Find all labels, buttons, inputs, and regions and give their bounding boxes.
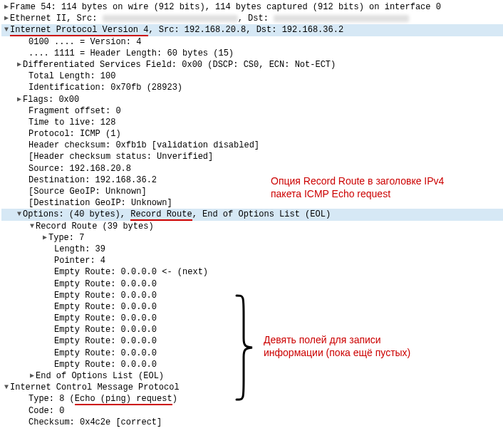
ipv4-dscp[interactable]: ▶Differentiated Services Field: 0x00 (DS… xyxy=(1,59,503,71)
annotation-2: Девять полей для записи информации (пока… xyxy=(264,333,477,359)
eth-pre: Ethernet II, Src: xyxy=(10,14,103,24)
ipv4-flags[interactable]: ▶Flags: 0x00 xyxy=(1,94,503,105)
ipv4-proto[interactable]: Protocol: ICMP (1) xyxy=(1,128,503,140)
chevron-right-icon: ▶ xyxy=(16,60,23,70)
ipv4-cksumstat[interactable]: [Header checksum status: Unverified] xyxy=(1,151,503,162)
ipv4-src[interactable]: Source: 192.168.20.8 xyxy=(1,163,503,174)
chevron-right-icon: ▶ xyxy=(3,14,10,24)
ipv4-fragoff[interactable]: Fragment offset: 0 xyxy=(1,105,503,117)
rr-empty-0[interactable]: Empty Route: 0.0.0.0 <- (next) xyxy=(1,266,503,278)
icmp-type-mid: Echo (ping) request xyxy=(75,394,172,405)
chevron-right-icon: ▶ xyxy=(16,95,23,105)
chevron-down-icon: ▼ xyxy=(28,222,36,231)
icmp-type-pre: Type: 8 ( xyxy=(28,394,75,404)
opt-pre: Options: (40 bytes), xyxy=(23,209,130,219)
ethernet-row[interactable]: ▶Ethernet II, Src: , Dst: xyxy=(1,13,503,24)
redacted xyxy=(103,15,238,22)
rr-ptr[interactable]: Pointer: 4 xyxy=(1,255,503,266)
chevron-down-icon: ▼ xyxy=(16,209,23,219)
rr-len[interactable]: Length: 39 xyxy=(1,244,503,255)
annotation-1: Опция Record Route в заголовке IPv4 паке… xyxy=(271,174,484,200)
redacted xyxy=(274,15,409,22)
eth-mid: , Dst: xyxy=(238,14,274,24)
frame-row[interactable]: ▶Frame 54: 114 bytes on wire (912 bits),… xyxy=(1,1,503,13)
ipv4-hdrlen[interactable]: .... 1111 = Header Length: 60 bytes (15) xyxy=(1,48,503,59)
brace-icon xyxy=(235,294,254,400)
chevron-right-icon: ▶ xyxy=(41,233,48,243)
options-row[interactable]: ▼Options: (40 bytes), Record Route, End … xyxy=(1,209,503,220)
ipv4-version[interactable]: 0100 .... = Version: 4 xyxy=(1,36,503,48)
ipv4-tlen[interactable]: Total Length: 100 xyxy=(1,71,503,82)
icmp-type-post: ) xyxy=(172,394,177,404)
record-route-row[interactable]: ▼Record Route (39 bytes) xyxy=(1,221,503,232)
ipv4-id[interactable]: Identification: 0x70fb (28923) xyxy=(1,82,503,93)
chevron-right-icon: ▶ xyxy=(28,371,36,381)
rr-type[interactable]: ▶Type: 7 xyxy=(1,232,503,244)
rr-empty-1[interactable]: Empty Route: 0.0.0.0 xyxy=(1,278,503,290)
chevron-right-icon: ▶ xyxy=(3,2,10,12)
ipv4-ttl[interactable]: Time to live: 128 xyxy=(1,117,503,128)
icmp-code[interactable]: Code: 0 xyxy=(1,405,503,417)
ipv4-post: , Src: 192.168.20.8, Dst: 192.168.36.2 xyxy=(148,25,343,35)
ipv4-cksum[interactable]: Header checksum: 0xfb1b [validation disa… xyxy=(1,140,503,151)
opt-rr: Record Route xyxy=(130,209,192,221)
frame-text: Frame 54: 114 bytes on wire (912 bits), … xyxy=(10,2,441,12)
ipv4-row[interactable]: ▼Internet Protocol Version 4, Src: 192.1… xyxy=(1,24,503,36)
icmp-cksum[interactable]: Checksum: 0x4c2e [correct] xyxy=(1,417,503,428)
chevron-down-icon: ▼ xyxy=(3,382,10,392)
chevron-down-icon: ▼ xyxy=(3,25,10,35)
ipv4-label: Internet Protocol Version 4 xyxy=(10,25,148,36)
opt-post: , End of Options List (EOL) xyxy=(192,209,331,219)
